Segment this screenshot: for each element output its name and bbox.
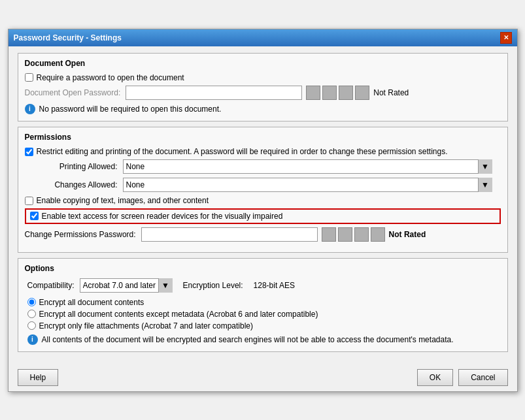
doc-open-password-label: Document Open Password: <box>25 88 126 97</box>
permissions-title: Permissions <box>25 133 501 142</box>
doc-open-info-row: i No password will be required to open t… <box>25 104 501 114</box>
change-permissions-input[interactable] <box>141 227 318 242</box>
restrict-row: Restrict editing and printing of the doc… <box>25 147 501 156</box>
doc-open-password-row: Document Open Password: Not Rated <box>25 86 501 100</box>
radio2-encrypt-except-meta[interactable] <box>27 310 36 318</box>
radio3-row: Encrypt only file attachments (Acrobat 7… <box>25 321 501 331</box>
restrict-label: Restrict editing and printing of the doc… <box>37 147 448 156</box>
options-info-icon: i <box>27 334 38 345</box>
strength-block-p2 <box>338 227 352 242</box>
permissions-not-rated: Not Rated <box>389 230 426 239</box>
strength-block-3 <box>339 86 353 100</box>
title-bar: Password Security - Settings ✕ <box>8 29 517 46</box>
copy-checkbox[interactable] <box>25 197 33 205</box>
radio1-encrypt-all[interactable] <box>27 298 36 306</box>
radio2-label: Encrypt all document contents except met… <box>39 310 318 319</box>
change-permissions-label: Change Permissions Password: <box>25 230 141 239</box>
doc-open-not-rated: Not Rated <box>373 88 409 97</box>
ok-button[interactable]: OK <box>417 369 453 386</box>
dialog-content: Document Open Require a password to open… <box>8 46 517 364</box>
compat-dropdown[interactable]: Acrobat 3 and later Acrobat 5 and later … <box>80 278 173 293</box>
doc-open-strength-blocks <box>306 86 369 100</box>
printing-dropdown[interactable]: None Low Resolution (150 dpi) High Resol… <box>123 159 492 174</box>
screen-reader-row: Enable text access for screen reader dev… <box>25 208 501 224</box>
radio2-row: Encrypt all document contents except met… <box>25 310 501 319</box>
options-section: Options Compatibility: Acrobat 3 and lat… <box>18 258 508 352</box>
document-open-title: Document Open <box>25 59 501 68</box>
changes-dropdown-wrapper: None Inserting, deleting, and rotating p… <box>123 178 492 192</box>
footer-right-buttons: OK Cancel <box>417 369 508 386</box>
strength-block-p4 <box>371 227 385 242</box>
permissions-strength-blocks <box>322 227 385 242</box>
radio3-encrypt-attachments[interactable] <box>27 321 36 330</box>
screen-reader-label: Enable text access for screen reader dev… <box>42 212 283 221</box>
compat-label: Compatibility: <box>27 281 75 290</box>
radio1-label: Encrypt all document contents <box>39 298 144 307</box>
change-permissions-password-row: Change Permissions Password: Not Rated <box>25 227 501 242</box>
document-open-section: Document Open Require a password to open… <box>18 53 508 121</box>
radio3-label: Encrypt only file attachments (Acrobat 7… <box>39 321 254 331</box>
options-info-row: i All contents of the document will be e… <box>25 334 501 345</box>
doc-open-info-text: No password will be required to open thi… <box>39 105 222 114</box>
info-icon: i <box>25 104 35 114</box>
changes-label: Changes Allowed: <box>25 180 123 189</box>
cancel-button[interactable]: Cancel <box>458 369 507 386</box>
strength-block-2 <box>322 86 337 100</box>
title-bar-controls: ✕ <box>500 32 512 44</box>
changes-row: Changes Allowed: None Inserting, deletin… <box>25 178 501 192</box>
changes-dropdown[interactable]: None Inserting, deleting, and rotating p… <box>123 178 492 192</box>
printing-label: Printing Allowed: <box>25 162 123 171</box>
options-title: Options <box>25 264 501 273</box>
require-password-row: Require a password to open the document <box>25 73 501 82</box>
encryption-value: 128-bit AES <box>254 281 295 290</box>
dialog-footer: Help OK Cancel <box>8 364 517 391</box>
copy-label: Enable copying of text, images, and othe… <box>37 196 209 205</box>
close-button[interactable]: ✕ <box>500 32 512 44</box>
strength-block-p1 <box>322 227 336 242</box>
strength-block-4 <box>355 86 369 100</box>
require-password-checkbox[interactable] <box>25 73 33 82</box>
encryption-label: Encryption Level: <box>183 281 243 290</box>
options-info-text: All contents of the document will be enc… <box>42 335 454 344</box>
compat-row: Compatibility: Acrobat 3 and later Acrob… <box>25 278 501 293</box>
printing-dropdown-wrapper: None Low Resolution (150 dpi) High Resol… <box>123 159 492 174</box>
screen-reader-checkbox[interactable] <box>30 212 39 220</box>
permissions-section: Permissions Restrict editing and printin… <box>18 127 508 253</box>
radio1-row: Encrypt all document contents <box>25 298 501 307</box>
compat-dropdown-wrapper: Acrobat 3 and later Acrobat 5 and later … <box>80 278 173 293</box>
copy-row: Enable copying of text, images, and othe… <box>25 196 501 205</box>
window-title: Password Security - Settings <box>14 33 122 42</box>
require-password-label[interactable]: Require a password to open the document <box>25 73 184 82</box>
doc-open-password-input[interactable] <box>126 86 302 100</box>
restrict-checkbox[interactable] <box>25 148 33 156</box>
help-button[interactable]: Help <box>18 369 59 386</box>
main-window: Password Security - Settings ✕ Document … <box>8 29 518 392</box>
strength-block-p3 <box>354 227 369 242</box>
printing-row: Printing Allowed: None Low Resolution (1… <box>25 159 501 174</box>
strength-block-1 <box>306 86 320 100</box>
